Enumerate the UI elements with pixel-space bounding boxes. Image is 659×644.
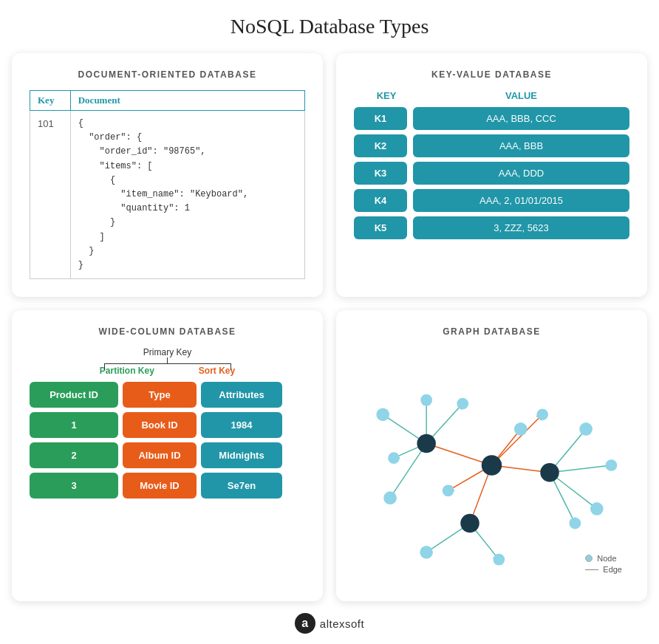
graph-container: Node Edge [354, 347, 629, 583]
graph-hub-node [540, 463, 559, 482]
kv-col-key: KEY [357, 90, 416, 101]
key-value-db-card: KEY-VALUE DATABASE KEY VALUE K1AAA, BBB,… [336, 53, 647, 297]
graph-node [383, 491, 397, 504]
kv-row: K1AAA, BBB, CCC [354, 107, 629, 130]
partition-key-label: Partition Key [100, 366, 154, 376]
kv-header-row: KEY VALUE [354, 90, 629, 101]
wc-data-cell: 3 [30, 473, 118, 499]
doc-key-cell: 101 [30, 111, 71, 279]
kv-value: AAA, BBB [413, 134, 629, 157]
footer: a altexsoft [295, 613, 364, 634]
wc-data-cell: Book ID [123, 412, 197, 438]
kv-row: K2AAA, BBB [354, 134, 629, 157]
primary-key-label: Primary Key [143, 347, 191, 357]
graph-node [376, 408, 389, 422]
kv-value: 3, ZZZ, 5623 [413, 216, 629, 239]
kv-value: AAA, 2, 01/01/2015 [413, 189, 629, 212]
legend-edge-item: Edge [585, 565, 622, 574]
sub-keys: Partition Key Sort Key [100, 366, 235, 376]
wc-header-cell: Product ID [30, 382, 118, 408]
graph-hub-node [460, 514, 479, 533]
wc-header-cell: Attributes [201, 382, 282, 408]
graph-db-title: GRAPH DATABASE [354, 326, 629, 337]
graph-node [606, 459, 618, 471]
graph-legend: Node Edge [585, 554, 622, 576]
legend-edge-icon [585, 569, 598, 570]
graph-db-card: GRAPH DATABASE [336, 310, 647, 601]
kv-key: K2 [354, 134, 407, 157]
wc-header-cell: Type [123, 382, 197, 408]
table-row: 101 { "order": { "order_id": "98765", "i… [30, 111, 305, 279]
altexsoft-logo: a altexsoft [295, 613, 364, 634]
wide-column-db-card: WIDE-COLUMN DATABASE Primary Key Partiti… [12, 310, 323, 601]
legend-edge-label: Edge [603, 565, 622, 574]
kv-key: K5 [354, 216, 407, 239]
doc-col-document: Document [70, 91, 304, 111]
graph-hub-node [417, 434, 436, 453]
kv-row: K4AAA, 2, 01/01/2015 [354, 189, 629, 212]
document-db-table: Key Document 101 { "order": { "order_id"… [30, 90, 305, 279]
wc-data-cell: 1984 [201, 412, 282, 438]
legend-node-label: Node [597, 554, 616, 563]
graph-node [457, 398, 468, 410]
wc-data-cell: Se7en [201, 473, 282, 499]
doc-document-cell: { "order": { "order_id": "98765", "items… [70, 111, 304, 279]
graph-node [570, 518, 581, 530]
document-db-title: DOCUMENT-ORIENTED DATABASE [30, 69, 305, 80]
kv-key: K3 [354, 162, 407, 185]
wc-data-cell: Album ID [123, 442, 197, 468]
wide-column-db-title: WIDE-COLUMN DATABASE [30, 326, 305, 337]
kv-value: AAA, DDD [413, 162, 629, 185]
kv-key: K4 [354, 189, 407, 212]
graph-node [536, 408, 548, 420]
graph-node [514, 422, 527, 436]
graph-node [388, 452, 400, 464]
brand-name: altexsoft [320, 617, 364, 630]
graph-node [493, 554, 505, 566]
graph-node [443, 485, 454, 497]
legend-node-item: Node [585, 554, 622, 563]
main-grid: DOCUMENT-ORIENTED DATABASE Key Document … [12, 53, 647, 601]
kv-rows: K1AAA, BBB, CCCK2AAA, BBBK3AAA, DDDK4AAA… [354, 107, 629, 239]
doc-col-key: Key [30, 91, 71, 111]
kv-row: K53, ZZZ, 5623 [354, 216, 629, 239]
document-db-card: DOCUMENT-ORIENTED DATABASE Key Document … [12, 53, 323, 297]
graph-hub-node [482, 455, 502, 475]
graph-node [420, 394, 432, 406]
wc-data-cell: Midnights [201, 442, 282, 468]
page-title: NoSQL Database Types [231, 15, 429, 38]
kv-row: K3AAA, DDD [354, 162, 629, 185]
graph-node [579, 422, 593, 436]
svg-line-9 [492, 414, 543, 465]
kv-value: AAA, BBB, CCC [413, 107, 629, 130]
graph-svg [354, 347, 629, 583]
key-value-db-title: KEY-VALUE DATABASE [354, 69, 629, 80]
wc-data-cell: 2 [30, 442, 118, 468]
wide-column-grid: Product IDTypeAttributes1Book ID19842Alb… [30, 382, 305, 499]
legend-node-icon [585, 555, 593, 562]
graph-node [590, 502, 604, 515]
wc-data-cell: 1 [30, 412, 118, 438]
kv-col-value: VALUE [416, 90, 626, 101]
graph-node [420, 546, 433, 559]
wide-column-container: Primary Key Partition Key Sort Key Produ… [30, 347, 305, 499]
kv-key: K1 [354, 107, 407, 130]
svg-line-5 [426, 444, 491, 465]
logo-icon: a [295, 613, 315, 634]
wc-data-cell: Movie ID [123, 473, 197, 499]
